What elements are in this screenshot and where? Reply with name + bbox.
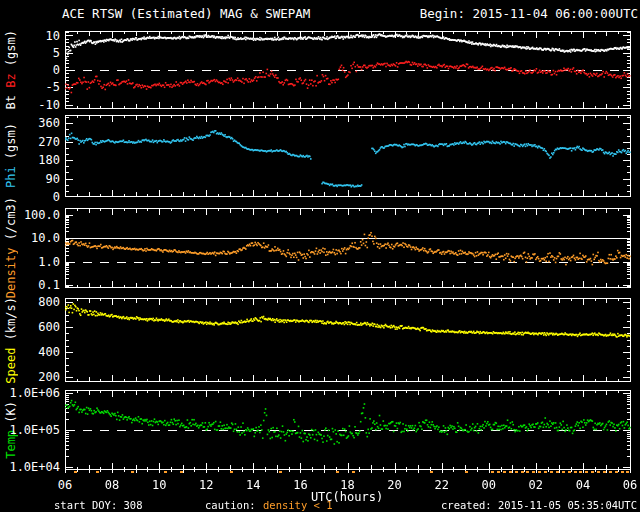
density-ytick-label: 10.0	[0, 232, 60, 244]
density-caution-mark	[465, 471, 468, 473]
density-caution-mark	[591, 471, 594, 473]
density-caution-mark	[352, 471, 355, 473]
density-caution-mark	[430, 471, 433, 473]
ace-rtsw-plot: ACE RTSW (Estimated) MAG & SWEPAM Begin:…	[0, 0, 640, 512]
temp-ytick-label: 1.0E+04	[0, 461, 60, 473]
bt_bz-ytick-label: 10	[0, 30, 60, 42]
density-caution-mark	[532, 471, 535, 473]
speed-ytick-label: 600	[0, 321, 60, 333]
speed-ytick-label: 800	[0, 296, 60, 308]
created-timestamp: created: 2015-11-05 05:35:04UTC	[441, 499, 637, 511]
start-doy-label: start DOY: 308	[54, 499, 143, 511]
bt_bz-plot-canvas	[65, 31, 631, 109]
caution-label: caution:	[205, 499, 256, 511]
density-caution-mark	[597, 471, 600, 473]
density-caution-mark	[615, 471, 618, 473]
density-caution-mark	[544, 471, 547, 473]
density-caution-mark	[230, 471, 233, 473]
density-caution-mark	[515, 471, 518, 473]
speed-ytick-label: 400	[0, 346, 60, 358]
phi-ytick-label: 180	[0, 154, 60, 166]
panel-density: Density (/cm3)100.010.01.00.1	[0, 208, 640, 288]
density-caution-mark	[521, 471, 524, 473]
density-caution-mark	[503, 471, 506, 473]
density-caution-mark	[131, 471, 134, 473]
density-caution-mark	[336, 471, 339, 473]
bt_bz-ytick-label: 0	[0, 64, 60, 76]
bt_bz-ytick-label: -10	[0, 99, 60, 111]
density-caution-mark	[562, 471, 565, 473]
density-caution-mark	[497, 471, 500, 473]
density-caution-mark	[574, 471, 577, 473]
temp-ytick-label: 1.0E+06	[0, 387, 60, 399]
phi-ytick-label: 360	[0, 117, 60, 129]
density-caution-mark	[609, 471, 612, 473]
density-caution-mark	[621, 471, 624, 473]
plot-title: ACE RTSW (Estimated) MAG & SWEPAM	[62, 6, 310, 21]
density-caution-mark	[74, 471, 77, 473]
density-caution-mark	[550, 471, 553, 473]
phi-ytick-label: 270	[0, 136, 60, 148]
density-caution-mark	[526, 471, 529, 473]
density-caution-mark	[279, 471, 282, 473]
density-caution-mark	[180, 471, 183, 473]
density-caution-mark	[556, 471, 559, 473]
begin-timestamp: Begin: 2015-11-04 06:00:00UTC	[420, 6, 638, 21]
density-plot-canvas	[65, 208, 631, 288]
speed-ytick-label: 200	[0, 371, 60, 383]
bt_bz-ytick-label: 5	[0, 47, 60, 59]
density-caution-mark	[164, 471, 167, 473]
panel-phi: Phi (gsm)360270180900	[0, 115, 640, 197]
axis-label-part: (K)	[4, 401, 18, 423]
density-caution-mark	[585, 471, 588, 473]
phi-ytick-label: 90	[0, 173, 60, 185]
speed-plot-canvas	[65, 298, 631, 382]
density-ytick-label: 1.0	[0, 256, 60, 268]
panel-bt_bz: Bt Bz (gsm)1050-5-10	[0, 31, 640, 109]
density-caution-mark	[603, 471, 606, 473]
density-caution-mark	[491, 471, 494, 473]
panel-temp: Temp (K)1.0E+061.0E+051.0E+04	[0, 390, 640, 475]
panel-speed: Speed (km/s)800600400200	[0, 298, 640, 382]
phi-plot-canvas	[65, 115, 631, 197]
density-ytick-label: 0.1	[0, 279, 60, 291]
density-caution-mark	[538, 471, 541, 473]
density-caution-mark	[568, 471, 571, 473]
caution-density-value: density < 1	[263, 499, 333, 511]
density-caution-mark	[626, 471, 629, 473]
density-caution-mark	[96, 471, 99, 473]
density-ytick-label: 100.0	[0, 209, 60, 221]
temp-ytick-label: 1.0E+05	[0, 424, 60, 436]
bt_bz-ytick-label: -5	[0, 81, 60, 93]
density-caution-mark	[509, 471, 512, 473]
temp-plot-canvas	[65, 390, 631, 476]
density-caution-mark	[579, 471, 582, 473]
speed-axis-label: Speed (km/s)	[2, 298, 20, 382]
